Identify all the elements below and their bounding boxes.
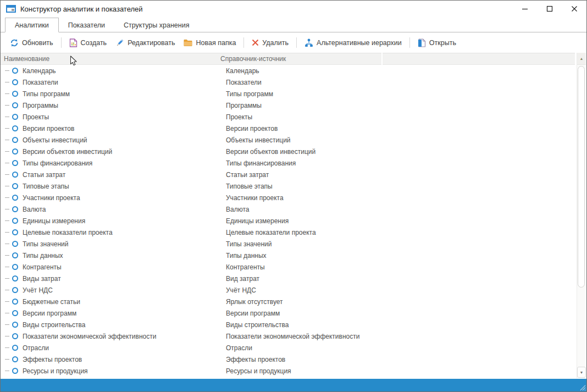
tree-collapse-dash[interactable] — [5, 267, 9, 267]
scroll-up-button[interactable]: ▲ — [577, 53, 586, 65]
tree-collapse-dash[interactable] — [5, 163, 9, 163]
tree-collapse-dash[interactable] — [5, 151, 9, 152]
refresh-button[interactable]: Обновить — [5, 36, 58, 50]
table-row[interactable]: Виды затрат Вид затрат — [1, 273, 575, 284]
column-header-source[interactable]: Справочник-источник — [220, 55, 381, 63]
table-row[interactable]: Валюта Валюта — [1, 203, 575, 215]
tree-collapse-dash[interactable] — [5, 197, 9, 198]
button-label: Новая папка — [196, 39, 236, 47]
table-row[interactable]: Проекты Проекты — [1, 111, 575, 123]
table-row[interactable]: Бюджетные статьи Ярлык отсутствует — [1, 296, 575, 307]
open-button[interactable]: Открыть — [413, 36, 461, 50]
row-name: Типы программ — [23, 90, 226, 98]
row-source: Показатели — [226, 79, 575, 86]
row-source: Ресурсы и продукция — [226, 367, 575, 375]
row-source: Целевые показатели проекта — [226, 229, 575, 236]
analytic-circle-icon — [12, 102, 18, 108]
analytic-circle-icon — [12, 264, 18, 270]
tree-collapse-dash[interactable] — [5, 140, 9, 140]
tree-collapse-dash[interactable] — [5, 186, 9, 186]
tab-analytics[interactable]: Аналитики — [5, 18, 59, 32]
table-row[interactable]: Типы финансирования Типы финансирования — [1, 157, 575, 169]
scroll-down-button[interactable]: ▼ — [577, 367, 586, 378]
table-row[interactable]: Программы Программы — [1, 100, 575, 111]
tree-collapse-dash[interactable] — [5, 336, 9, 336]
tree-collapse-dash[interactable] — [5, 290, 9, 290]
edit-button[interactable]: Редактировать — [111, 36, 179, 50]
tree-collapse-dash[interactable] — [5, 209, 9, 209]
row-name: Бюджетные статьи — [23, 298, 226, 306]
analytic-circle-icon — [12, 252, 18, 258]
table-row[interactable]: Календарь Календарь — [1, 65, 575, 76]
table-row[interactable]: Типы программ Типы программ — [1, 88, 575, 100]
tree-collapse-dash[interactable] — [5, 313, 9, 313]
close-button[interactable] — [562, 1, 586, 17]
table-row[interactable]: Виды строительства Виды строительства — [1, 319, 575, 330]
row-source: Статьи затрат — [226, 171, 575, 179]
table-row[interactable]: Статьи затрат Статьи затрат — [1, 169, 575, 180]
tree-collapse-dash[interactable] — [5, 347, 9, 348]
row-source: Показатели экономической эффективности — [226, 333, 575, 340]
scrollbar-thumb[interactable] — [578, 66, 585, 288]
table-row[interactable]: Типы значений Типы значений — [1, 238, 575, 250]
resize-grip[interactable] — [577, 382, 586, 391]
maximize-button[interactable] — [537, 1, 562, 17]
tab-storage-structures[interactable]: Структуры хранения — [114, 18, 198, 32]
table-row[interactable]: Версии объектов инвестиций Версии объект… — [1, 146, 575, 157]
create-document-icon — [69, 38, 77, 47]
table-row[interactable]: Показатели экономической эффективности П… — [1, 330, 575, 342]
tree-collapse-dash[interactable] — [5, 70, 9, 71]
analytic-circle-icon — [12, 172, 18, 178]
table-row[interactable]: Ресурсы и продукция Ресурсы и продукция — [1, 365, 575, 377]
tree-collapse-dash[interactable] — [5, 232, 9, 233]
row-name: Отрасли — [23, 344, 226, 352]
analytic-circle-icon — [12, 114, 18, 120]
table-row[interactable]: Показатели Показатели — [1, 76, 575, 88]
tree-collapse-dash[interactable] — [5, 82, 9, 82]
new-folder-icon — [184, 39, 192, 47]
tree-collapse-dash[interactable] — [5, 255, 9, 256]
new-folder-button[interactable]: Новая папка — [179, 36, 240, 49]
table-row[interactable]: Объекты инвестиций Объекты инвестиций — [1, 134, 575, 146]
analytic-circle-icon — [12, 68, 18, 74]
table-row[interactable]: Участники проекта Участники проекта — [1, 192, 575, 203]
column-divider[interactable] — [381, 53, 383, 65]
alt-hierarchies-button[interactable]: Альтернативные иерархии — [300, 36, 406, 50]
tree-collapse-dash[interactable] — [5, 117, 9, 117]
table-row[interactable]: Версии программ Версии программ — [1, 307, 575, 319]
row-source: Версии проектов — [226, 125, 575, 132]
tab-indicators[interactable]: Показатели — [59, 18, 114, 32]
tree-collapse-dash[interactable] — [5, 324, 9, 325]
table-row[interactable]: Типовые этапы Типовые этапы — [1, 180, 575, 192]
toolbar: Обновить Создать Редактирова — [1, 32, 586, 53]
minimize-button[interactable] — [512, 1, 537, 17]
table-row[interactable]: Версии проектов Версии проектов — [1, 123, 575, 134]
tree-collapse-dash[interactable] — [5, 278, 9, 279]
tree-collapse-dash[interactable] — [5, 301, 9, 302]
tree-collapse-dash[interactable] — [5, 371, 9, 371]
table-row[interactable]: Отрасли Отрасли — [1, 342, 575, 354]
row-source: Учёт НДС — [226, 286, 575, 294]
column-header-name[interactable]: Наименование — [1, 55, 220, 63]
analytic-circle-icon — [12, 148, 18, 154]
tree-collapse-dash[interactable] — [5, 105, 9, 106]
tree-collapse-dash[interactable] — [5, 93, 9, 94]
vertical-scrollbar[interactable]: ▲ ▼ — [577, 53, 586, 378]
table-row[interactable]: Эффекты проектов Эффекты проектов — [1, 354, 575, 365]
table-row[interactable]: Учёт НДС Учёт НДС — [1, 284, 575, 296]
row-name: Валюта — [23, 206, 226, 213]
tree-collapse-dash[interactable] — [5, 174, 9, 175]
table-row[interactable]: Целевые показатели проекта Целевые показ… — [1, 227, 575, 238]
table-row[interactable]: Единицы измерения Единицы измерения — [1, 215, 575, 227]
tree-collapse-dash[interactable] — [5, 220, 9, 221]
tree-collapse-dash[interactable] — [5, 244, 9, 244]
table-row[interactable]: Контрагенты Контрагенты — [1, 261, 575, 273]
alt-hierarchies-icon — [304, 38, 313, 47]
tree-collapse-dash[interactable] — [5, 359, 9, 360]
table-row[interactable]: Типы данных Типы данных — [1, 250, 575, 261]
tree-collapse-dash[interactable] — [5, 128, 9, 129]
delete-button[interactable]: Удалить — [247, 36, 293, 49]
analytic-circle-icon — [12, 333, 18, 339]
create-button[interactable]: Создать — [65, 36, 112, 50]
app-icon — [6, 5, 16, 13]
